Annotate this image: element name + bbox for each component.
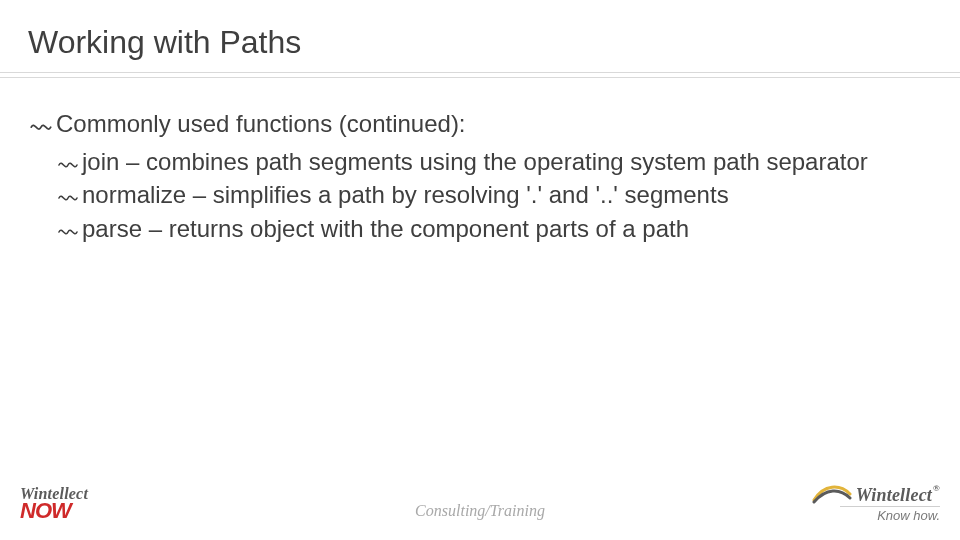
bullet-text: join – combines path segments using the … xyxy=(82,146,932,178)
squiggle-icon xyxy=(28,112,54,138)
slide-footer: Wintellect NOW Consulting/Training Winte… xyxy=(0,478,960,524)
bullet-text: normalize – simplifies a path by resolvi… xyxy=(82,179,932,211)
brand-word: Wintellect® xyxy=(856,486,940,504)
bullet-level2: parse – returns object with the componen… xyxy=(56,213,932,245)
title-divider xyxy=(0,72,960,82)
brand-word: Wintellect xyxy=(20,486,88,502)
slide-title: Working with Paths xyxy=(28,24,301,61)
divider xyxy=(840,506,940,507)
bullet-text: parse – returns object with the componen… xyxy=(82,213,932,245)
slide-content: Commonly used functions (continued): joi… xyxy=(28,108,932,247)
bullet-text: Commonly used functions (continued): xyxy=(56,108,932,140)
squiggle-icon xyxy=(56,184,80,208)
bullet-level1: Commonly used functions (continued): xyxy=(28,108,932,140)
bullet-level2: join – combines path segments using the … xyxy=(56,146,932,178)
squiggle-icon xyxy=(56,218,80,242)
squiggle-icon xyxy=(56,151,80,175)
brand-tagline: Know how. xyxy=(812,509,940,522)
wintellect-logo: Wintellect® Know how. xyxy=(812,484,940,522)
registered-mark: ® xyxy=(933,483,940,493)
swoosh-icon xyxy=(812,484,852,504)
bullet-level2: normalize – simplifies a path by resolvi… xyxy=(56,179,932,211)
